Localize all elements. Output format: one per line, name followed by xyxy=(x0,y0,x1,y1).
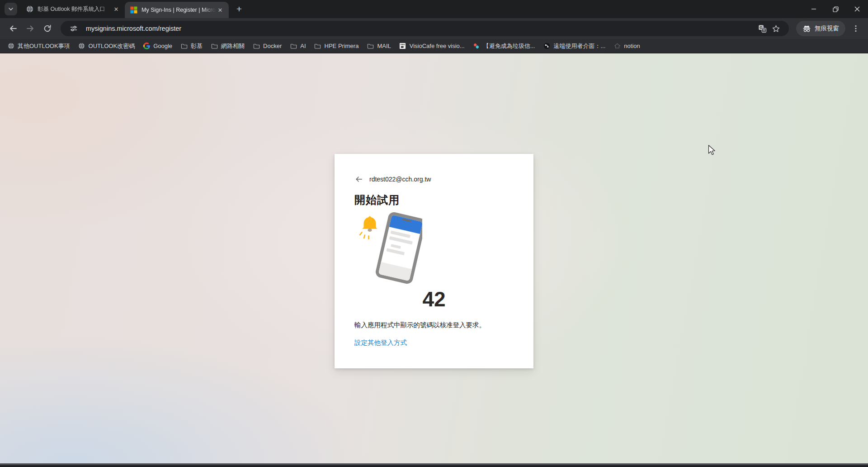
site-settings-button[interactable] xyxy=(67,22,80,35)
bookmark-avoid-spam[interactable]: 【避免成為垃圾信... xyxy=(469,41,539,52)
tab-close-icon[interactable]: ✕ xyxy=(112,5,120,13)
incognito-badge[interactable]: 無痕視窗 xyxy=(796,21,845,36)
bookmark-label: MAIL xyxy=(377,43,391,49)
bookmark-folder-hpe-primera[interactable]: HPE Primera xyxy=(311,41,363,52)
translate-icon: G xyxy=(758,24,767,33)
globe-favicon-icon xyxy=(26,5,33,13)
bookmarks-bar: 其他OUTLOOK事項 OUTLOOK改密碼 Google 彰基 網路相關 xyxy=(0,39,868,53)
bookmark-label: AI xyxy=(300,43,306,49)
back-arrow-icon xyxy=(9,24,18,33)
svg-text:VISIO: VISIO xyxy=(401,43,405,46)
bookmark-folder-cch[interactable]: 彰基 xyxy=(177,41,206,52)
bookmark-notion[interactable]: notion xyxy=(610,41,643,52)
signin-card: rdtest022@cch.org.tw 開始試用 xyxy=(335,154,533,368)
folder-icon xyxy=(180,43,188,50)
folder-icon xyxy=(211,43,218,50)
alternate-signin-link[interactable]: 設定其他登入方式 xyxy=(354,338,407,347)
tab-my-signins[interactable]: My Sign-Ins | Register | Micros ✕ xyxy=(125,2,229,18)
bookmark-folder-mail[interactable]: MAIL xyxy=(363,41,394,52)
bookmark-label: VisioCafe free visio... xyxy=(410,43,465,49)
back-arrow-icon xyxy=(355,175,363,183)
bookmark-google[interactable]: Google xyxy=(139,41,176,52)
bookmark-label: 遠端使用者介面：... xyxy=(553,42,605,50)
incognito-label: 無痕視窗 xyxy=(815,24,839,33)
incognito-icon xyxy=(802,24,811,33)
tab-search-button[interactable] xyxy=(5,3,17,15)
microsoft-logo-icon xyxy=(130,6,137,14)
bookmark-label: HPE Primera xyxy=(325,43,359,49)
window-minimize-button[interactable] xyxy=(803,0,825,18)
bookmark-label: notion xyxy=(624,43,640,49)
bookmark-label: Docker xyxy=(263,43,282,49)
red-cyan-favicon-icon xyxy=(473,43,480,50)
window-controls xyxy=(803,0,868,18)
tab-title: 彰基 Outlook 郵件系統入口 xyxy=(38,5,112,13)
bookmark-star-button[interactable] xyxy=(769,22,783,35)
tab-outlook-portal[interactable]: 彰基 Outlook 郵件系統入口 ✕ xyxy=(21,0,125,18)
bookmark-other-outlook[interactable]: 其他OUTLOOK事項 xyxy=(4,41,74,52)
page-viewport: rdtest022@cch.org.tw 開始試用 xyxy=(0,53,868,463)
folder-icon xyxy=(290,43,297,50)
address-bar[interactable]: mysignins.microsoft.com/register G xyxy=(61,21,789,36)
phone-notification-illustration xyxy=(354,212,422,284)
bookmark-remote-ui[interactable]: 遠端使用者介面：... xyxy=(539,41,609,52)
globe-favicon-icon xyxy=(78,43,85,50)
bookmark-label: OUTLOOK改密碼 xyxy=(89,42,135,50)
google-favicon-icon xyxy=(143,43,150,50)
reload-button[interactable] xyxy=(40,21,55,36)
bookmark-label: 網路相關 xyxy=(221,42,245,50)
close-icon xyxy=(854,6,860,12)
bookmark-folder-ai[interactable]: AI xyxy=(286,41,309,52)
user-email: rdtest022@cch.org.tw xyxy=(369,176,431,183)
verification-code: 42 xyxy=(354,287,514,311)
reload-icon xyxy=(43,24,52,33)
chevron-down-icon xyxy=(8,6,14,12)
bookmark-folder-docker[interactable]: Docker xyxy=(249,41,285,52)
mouse-cursor xyxy=(708,145,717,156)
star-icon xyxy=(772,24,780,33)
back-button[interactable] xyxy=(5,21,21,36)
browser-menu-button[interactable] xyxy=(848,21,863,36)
restore-icon xyxy=(833,6,839,12)
bookmark-folder-network[interactable]: 網路相關 xyxy=(207,41,248,52)
forward-button[interactable] xyxy=(23,21,38,36)
tab-title: My Sign-Ins | Register | Micros xyxy=(142,7,216,13)
tab-strip: 彰基 Outlook 郵件系統入口 ✕ My Sign-Ins | Regist… xyxy=(0,0,868,18)
new-tab-button[interactable]: + xyxy=(232,2,246,16)
folder-icon xyxy=(253,43,260,50)
visio-favicon-icon: VISIO xyxy=(399,43,406,50)
folder-icon xyxy=(367,43,374,50)
globe-favicon-icon xyxy=(7,43,14,50)
card-title: 開始試用 xyxy=(354,193,514,207)
card-back-button[interactable] xyxy=(354,175,363,184)
folder-icon xyxy=(314,43,321,50)
bookmark-outlook-password[interactable]: OUTLOOK改密碼 xyxy=(75,41,139,52)
instruction-text: 輸入應用程式中顯示的號碼以核准登入要求。 xyxy=(354,320,514,330)
forward-arrow-icon xyxy=(26,24,35,33)
minimize-icon xyxy=(811,6,816,12)
bookmark-label: Google xyxy=(153,43,172,49)
translate-button[interactable]: G xyxy=(755,22,769,35)
bookmark-label: 其他OUTLOOK事項 xyxy=(18,42,70,50)
bell-icon xyxy=(360,216,377,239)
window-close-button[interactable] xyxy=(846,0,868,18)
tab-close-icon[interactable]: ✕ xyxy=(216,6,224,14)
browser-toolbar: mysignins.microsoft.com/register G 無痕視窗 xyxy=(0,18,868,39)
bookmark-label: 彰基 xyxy=(191,42,203,50)
window-restore-button[interactable] xyxy=(825,0,846,18)
kebab-menu-icon xyxy=(852,24,860,33)
window-bottom-edge xyxy=(0,463,868,465)
dark-favicon-icon xyxy=(543,43,550,50)
dim-favicon-icon xyxy=(613,43,621,50)
bookmark-label: 【避免成為垃圾信... xyxy=(483,42,535,50)
bookmark-visiocafe[interactable]: VISIO VisioCafe free visio... xyxy=(396,41,468,52)
url-text[interactable]: mysignins.microsoft.com/register xyxy=(86,25,755,32)
tune-icon xyxy=(70,24,78,33)
